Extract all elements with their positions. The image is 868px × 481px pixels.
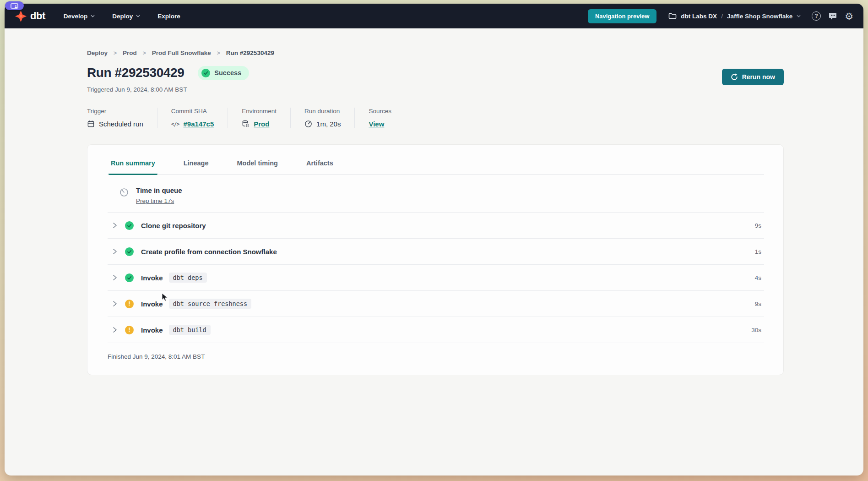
nav-item-label: Develop [64,13,88,20]
code-icon: </> [171,121,179,127]
step-row-source-freshness[interactable]: ! Invoke dbt source freshness 9s [108,291,764,317]
status-success-icon [125,221,134,230]
meta-value-text: 1m, 20s [316,120,341,128]
project-name: Jaffle Shop Snowflake [727,13,792,20]
breadcrumb-prod[interactable]: Prod [123,49,137,56]
navigation-preview-button[interactable]: Navigation preview [588,9,656,23]
meta-label: Commit SHA [171,108,214,115]
nav-item-explore[interactable]: Explore [157,13,180,20]
chevron-down-icon [136,15,140,17]
meta-value-text: Scheduled run [99,120,143,128]
status-badge-label: Success [214,69,241,77]
step-row-dbt-deps[interactable]: Invoke dbt deps 4s [108,265,764,291]
tab-artifacts[interactable]: Artifacts [304,157,336,175]
tab-lineage[interactable]: Lineage [181,157,211,175]
chevron-right-icon[interactable] [112,274,118,281]
step-row-create-profile[interactable]: Create profile from connection Snowflake… [108,239,764,265]
meta-commit-sha: Commit SHA </> #9a147c5 [157,108,228,128]
nav-item-deploy[interactable]: Deploy [112,13,140,20]
run-summary-card: Run summary Lineage Model timing Artifac… [87,144,784,375]
app-window: dbt Develop Deploy Explore Navigation pr… [5,4,863,476]
step-command: dbt build [169,325,211,335]
screen-share-badge[interactable] [5,1,24,10]
status-success-icon [201,69,210,77]
breadcrumb-job[interactable]: Prod Full Snowflake [152,49,211,56]
nav-item-label: Explore [157,13,180,20]
rerun-now-label: Rerun now [742,73,775,81]
navbar-icon-bar: ? ⚙ [812,11,853,21]
tab-run-summary[interactable]: Run summary [108,157,157,175]
top-navbar: dbt Develop Deploy Explore Navigation pr… [5,4,863,28]
refresh-icon [731,73,738,81]
step-row-dbt-build[interactable]: ! Invoke dbt build 30s [108,317,764,343]
meta-label: Environment [242,108,277,115]
chevron-right-icon[interactable] [112,327,118,333]
chevron-right-icon[interactable] [112,301,118,307]
feedback-icon[interactable] [828,12,837,20]
step-label: Invoke [141,300,163,308]
meta-sources: Sources View [354,108,405,128]
run-detail-page: Deploy > Prod > Prod Full Snowflake > Ru… [5,28,863,375]
breadcrumb-separator: > [217,50,220,56]
step-row-clone-git[interactable]: Clone git repository 9s [108,213,764,239]
meta-trigger: Trigger Scheduled run [87,108,157,128]
clock-icon [304,120,312,128]
environment-link[interactable]: Prod [254,120,269,128]
meta-run-duration: Run duration 1m, 20s [290,108,354,128]
breadcrumb-deploy[interactable]: Deploy [87,49,108,56]
database-icon [242,120,250,128]
meta-label: Trigger [87,108,143,115]
step-duration: 1s [755,248,761,255]
step-label: Create profile from connection Snowflake [141,248,277,256]
page-title: Run #292530429 [87,66,184,80]
account-project-switcher[interactable]: dbt Labs DX / Jaffle Shop Snowflake [668,12,801,20]
step-label: Invoke [141,274,163,282]
dbt-logo[interactable]: dbt [15,10,45,22]
meta-environment: Environment Prod [228,108,290,128]
calendar-icon [87,120,95,128]
status-warning-icon: ! [125,326,134,334]
step-label: Invoke [141,326,163,334]
prep-time-link[interactable]: Prep time 17s [136,197,174,204]
account-separator: / [721,13,723,20]
meta-label: Sources [369,108,391,115]
breadcrumb-separator: > [114,50,117,56]
commit-sha-link[interactable]: #9a147c5 [184,120,214,128]
queue-clock-icon [119,188,129,199]
screen-person-icon [11,3,18,9]
primary-nav: Develop Deploy Explore [64,13,180,20]
chevron-right-icon[interactable] [112,222,118,229]
step-command: dbt deps [169,273,207,283]
breadcrumb-separator: > [143,50,146,56]
run-meta-row: Trigger Scheduled run Commit SHA </> #9a… [87,108,784,128]
chevron-down-icon [91,15,95,17]
step-duration: 9s [755,222,761,229]
nav-item-develop[interactable]: Develop [64,13,95,20]
nav-item-label: Deploy [112,13,133,20]
sources-view-link[interactable]: View [369,120,384,128]
step-label: Clone git repository [141,222,206,230]
chevron-right-icon[interactable] [112,248,118,255]
status-warning-icon: ! [125,300,134,308]
dbt-logo-icon [15,10,27,22]
time-in-queue-row: Time in queue Prep time 17s [108,175,764,213]
triggered-timestamp: Triggered Jun 9, 2024, 8:00 AM BST [87,86,784,93]
logo-text: dbt [30,10,45,22]
step-duration: 30s [751,327,761,333]
rerun-now-button[interactable]: Rerun now [722,69,784,85]
chevron-down-icon [797,15,801,17]
gear-icon[interactable]: ⚙ [845,11,853,21]
folder-icon [668,12,677,20]
finished-timestamp: Finished Jun 9, 2024, 8:01 AM BST [108,343,764,363]
help-icon[interactable]: ? [812,11,821,21]
step-duration: 4s [755,274,761,281]
step-duration: 9s [755,301,761,307]
tab-bar: Run summary Lineage Model timing Artifac… [108,157,764,175]
breadcrumb-run: Run #292530429 [226,49,274,56]
breadcrumb: Deploy > Prod > Prod Full Snowflake > Ru… [87,49,784,56]
status-success-icon [125,247,134,256]
queue-title: Time in queue [136,186,182,194]
account-name: dbt Labs DX [681,13,717,20]
tab-model-timing[interactable]: Model timing [235,157,280,175]
meta-label: Run duration [304,108,341,115]
